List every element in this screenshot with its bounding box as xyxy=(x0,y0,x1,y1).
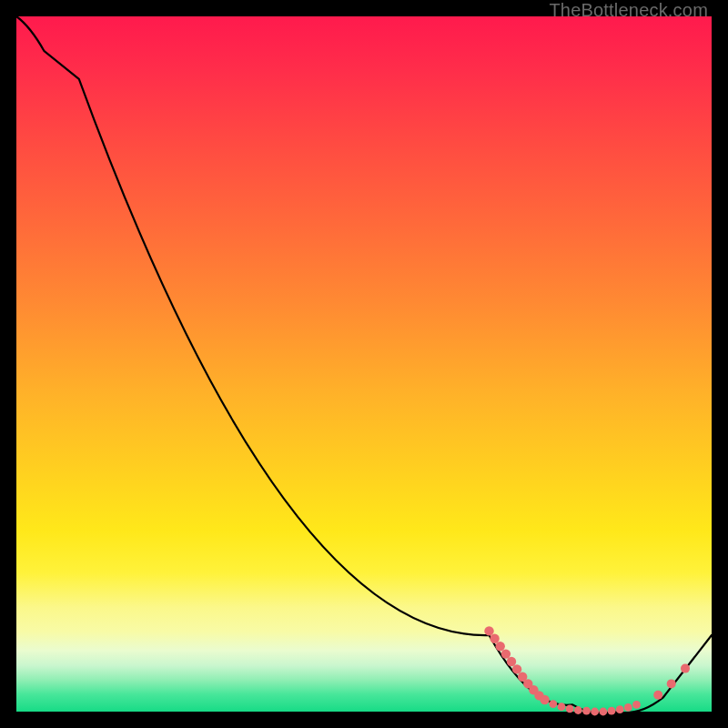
highlight-dot xyxy=(616,705,624,713)
highlight-dot xyxy=(653,691,662,700)
bottleneck-curve xyxy=(16,16,712,713)
highlight-dot xyxy=(549,700,557,708)
highlight-dot xyxy=(667,679,676,688)
attribution-label: TheBottleneck.com xyxy=(549,0,708,21)
highlight-dot xyxy=(574,706,582,714)
highlight-dot xyxy=(540,695,549,704)
chart-svg xyxy=(16,16,712,712)
highlight-dot xyxy=(484,626,493,635)
highlight-dot xyxy=(558,703,566,711)
highlight-dot xyxy=(591,708,599,716)
highlight-dot xyxy=(501,649,511,658)
highlight-dot xyxy=(566,705,574,713)
highlight-dot xyxy=(608,707,616,715)
highlight-dot xyxy=(512,664,521,673)
highlight-dot xyxy=(507,657,516,666)
highlight-dot xyxy=(632,701,641,709)
highlight-dot xyxy=(624,703,632,712)
highlight-dots xyxy=(484,626,690,715)
highlight-dot xyxy=(490,634,499,643)
chart-stage: TheBottleneck.com xyxy=(0,0,728,728)
highlight-dot xyxy=(599,708,607,716)
highlight-dot xyxy=(582,707,591,715)
highlight-dot xyxy=(681,664,690,673)
highlight-dot xyxy=(496,642,505,651)
plot-area xyxy=(16,16,712,712)
